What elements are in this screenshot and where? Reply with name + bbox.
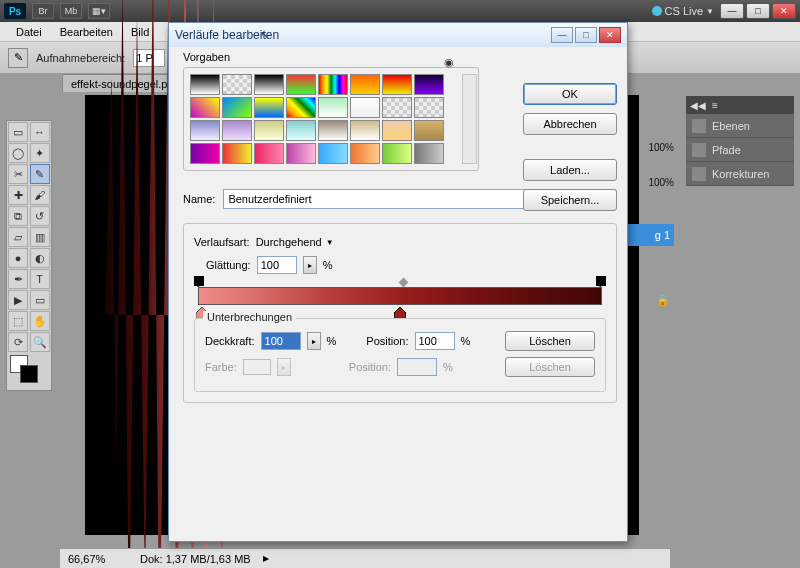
panel-pfade[interactable]: Pfade	[686, 138, 794, 162]
pct-label: %	[443, 361, 453, 373]
preset-swatch[interactable]	[382, 143, 412, 164]
preset-swatch[interactable]	[286, 143, 316, 164]
preset-swatch[interactable]	[286, 97, 316, 118]
sample-size-label: Aufnahmebereich:	[36, 52, 125, 64]
dialog-minimize[interactable]: —	[551, 27, 573, 43]
gradient-type-select[interactable]: Durchgehend▼	[256, 236, 334, 248]
gradient-tool[interactable]: ▥	[30, 227, 50, 247]
delete-color-stop-button: Löschen	[505, 357, 595, 377]
crop-tool[interactable]: ✂	[8, 164, 28, 184]
window-maximize[interactable]: □	[746, 3, 770, 19]
preset-swatch[interactable]	[318, 120, 348, 141]
gradient-track[interactable]: ◆ ◆	[198, 282, 602, 310]
preset-swatch[interactable]	[414, 120, 444, 141]
preset-swatch[interactable]	[222, 97, 252, 118]
preset-swatch[interactable]	[190, 97, 220, 118]
dialog-close[interactable]: ✕	[599, 27, 621, 43]
delete-opacity-stop-button[interactable]: Löschen	[505, 331, 595, 351]
preset-swatch[interactable]	[286, 120, 316, 141]
preset-swatch[interactable]	[318, 97, 348, 118]
preset-swatch[interactable]	[382, 120, 412, 141]
preset-swatch[interactable]	[190, 120, 220, 141]
opacity-stop-right[interactable]: ◆	[596, 276, 606, 286]
preset-swatch[interactable]	[254, 143, 284, 164]
right-dock-header[interactable]: ◀◀≡	[686, 96, 794, 114]
preset-swatch[interactable]	[222, 143, 252, 164]
preset-swatch[interactable]	[190, 74, 220, 95]
gradient-bar[interactable]	[198, 287, 602, 305]
preset-swatch[interactable]	[318, 74, 348, 95]
sample-size-input[interactable]	[133, 49, 165, 67]
blur-tool[interactable]: ●	[8, 248, 28, 268]
preset-swatch[interactable]	[350, 143, 380, 164]
eyedropper-tool-icon[interactable]: ✎	[8, 48, 28, 68]
eyedropper-tool[interactable]: ✎	[30, 164, 50, 184]
presets-scrollbar[interactable]	[462, 74, 477, 164]
pen-tool[interactable]: ✒	[8, 269, 28, 289]
color-swatches[interactable]	[8, 353, 50, 389]
wand-tool[interactable]: ✦	[30, 143, 50, 163]
stamp-tool[interactable]: ⧉	[8, 206, 28, 226]
lasso-tool[interactable]: ◯	[8, 143, 28, 163]
opacity-input[interactable]	[261, 332, 301, 350]
save-button[interactable]: Speichern...	[523, 189, 617, 211]
shape-tool[interactable]: ▭	[30, 290, 50, 310]
opacity-stepper[interactable]: ▸	[307, 332, 321, 350]
preset-swatch[interactable]	[414, 97, 444, 118]
menu-edit[interactable]: Bearbeiten	[52, 24, 121, 40]
panel-korrekturen[interactable]: Korrekturen	[686, 162, 794, 186]
dialog-maximize[interactable]: □	[575, 27, 597, 43]
opacity-stop-left[interactable]: ◆	[194, 276, 204, 286]
hand-tool[interactable]: ✋	[30, 311, 50, 331]
history-brush-tool[interactable]: ↺	[30, 206, 50, 226]
preset-swatch[interactable]	[382, 97, 412, 118]
preset-swatch[interactable]	[286, 74, 316, 95]
move-tool[interactable]: ▭	[8, 122, 28, 142]
presets-flyout-icon[interactable]: ◉	[444, 56, 454, 69]
preset-swatch[interactable]	[222, 120, 252, 141]
opacity-midpoint[interactable]	[399, 278, 409, 288]
gradient-editor: ◆ ◆	[194, 282, 606, 310]
cancel-button[interactable]: Abbrechen	[523, 113, 617, 135]
layer-row-g1[interactable]: g 1	[626, 224, 674, 246]
preset-swatch[interactable]	[350, 97, 380, 118]
3d-tool[interactable]: ⬚	[8, 311, 28, 331]
brush-tool[interactable]: 🖌	[30, 185, 50, 205]
window-minimize[interactable]: —	[720, 3, 744, 19]
preset-swatch[interactable]	[254, 120, 284, 141]
zoom-tool[interactable]: 🔍	[30, 332, 50, 352]
menu-file[interactable]: Datei	[8, 24, 50, 40]
rotate-tool[interactable]: ⟳	[8, 332, 28, 352]
cs-live[interactable]: CS Live▼	[652, 5, 714, 17]
layout-menu[interactable]: ▦▾	[88, 3, 110, 19]
move-arrow-tool[interactable]: ↔	[30, 122, 50, 142]
gradient-name-input[interactable]	[223, 189, 541, 209]
ok-button[interactable]: OK	[523, 83, 617, 105]
background-swatch[interactable]	[20, 365, 38, 383]
zoom-level[interactable]: 66,67%	[68, 553, 128, 565]
smoothing-stepper[interactable]: ▸	[303, 256, 317, 274]
heal-tool[interactable]: ✚	[8, 185, 28, 205]
dodge-tool[interactable]: ◐	[30, 248, 50, 268]
position-input[interactable]	[415, 332, 455, 350]
preset-swatch[interactable]	[254, 97, 284, 118]
preset-swatch[interactable]	[414, 143, 444, 164]
mb-button[interactable]: Mb	[60, 3, 82, 19]
eraser-tool[interactable]: ▱	[8, 227, 28, 247]
preset-swatch[interactable]	[350, 74, 380, 95]
preset-swatch[interactable]	[190, 143, 220, 164]
window-close[interactable]: ✕	[772, 3, 796, 19]
preset-swatch[interactable]	[350, 120, 380, 141]
load-button[interactable]: Laden...	[523, 159, 617, 181]
preset-swatch[interactable]	[414, 74, 444, 95]
preset-swatch[interactable]	[318, 143, 348, 164]
smoothing-input[interactable]	[257, 256, 297, 274]
type-tool[interactable]: T	[30, 269, 50, 289]
panel-ebenen[interactable]: Ebenen	[686, 114, 794, 138]
preset-swatch[interactable]	[382, 74, 412, 95]
dialog-titlebar[interactable]: Verläufe bearbeiten ↖ — □ ✕	[169, 23, 627, 47]
preset-swatch[interactable]	[254, 74, 284, 95]
preset-swatch[interactable]	[222, 74, 252, 95]
br-button[interactable]: Br	[32, 3, 54, 19]
path-select-tool[interactable]: ▶	[8, 290, 28, 310]
